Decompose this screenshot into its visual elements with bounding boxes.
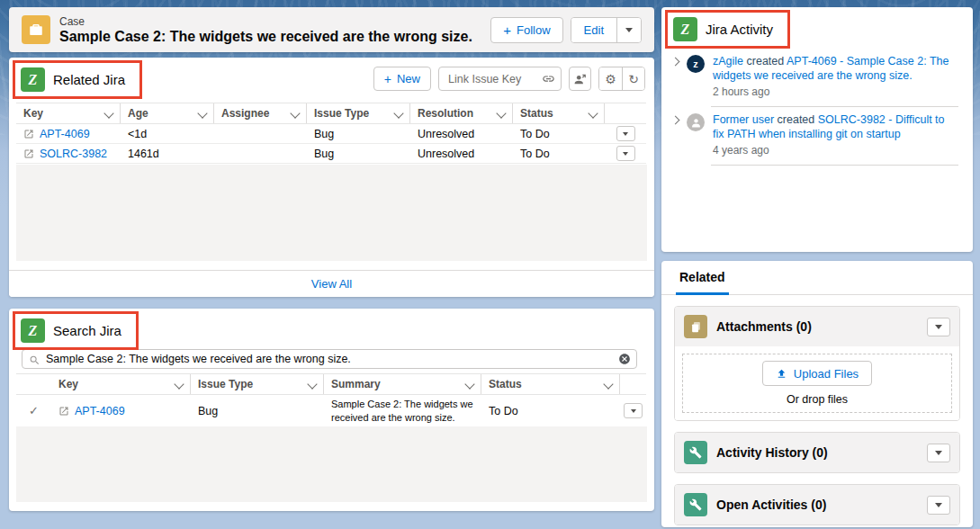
settings-button[interactable]: ⚙: [599, 67, 622, 90]
table-row[interactable]: APT-4069 <1d Bug Unresolved To Do: [16, 124, 646, 144]
external-link-icon[interactable]: [58, 406, 69, 417]
issue-key-link[interactable]: APT-4069: [75, 405, 125, 417]
column-header-assignee[interactable]: Assignee: [214, 103, 307, 123]
resolution-cell: Unresolved: [410, 148, 513, 160]
header-actions: + Follow Edit: [490, 17, 642, 43]
caret-down-icon: [935, 325, 942, 329]
activity-history-icon: [684, 441, 707, 464]
activity-action: created: [747, 55, 785, 67]
chevron-down-icon: [464, 379, 474, 389]
plus-icon: +: [503, 23, 511, 37]
activity-history-header[interactable]: Activity History (0): [675, 433, 959, 472]
actions-cell: [605, 126, 646, 141]
user-link-button[interactable]: [569, 67, 591, 91]
upload-icon: [776, 368, 787, 380]
search-input[interactable]: [22, 350, 636, 368]
related-jira-table-header: Key Age Assignee Issue Type Resolution S…: [16, 103, 646, 124]
empty-table-area: [16, 426, 647, 502]
column-label: Key: [58, 378, 78, 390]
issue-type-cell: Bug: [307, 128, 410, 140]
tab-related[interactable]: Related: [676, 270, 729, 294]
column-header-resolution[interactable]: Resolution: [410, 103, 513, 123]
column-header-issue-type[interactable]: Issue Type: [307, 103, 410, 123]
age-cell: <1d: [121, 128, 214, 140]
column-header-summary[interactable]: Summary: [324, 374, 481, 394]
column-header-status[interactable]: Status: [481, 374, 620, 394]
open-activities-header[interactable]: Open Activities (0): [675, 485, 959, 525]
attachments-body: Upload Files Or drop files: [675, 346, 959, 420]
caret-down-icon: [935, 503, 942, 507]
row-actions-button[interactable]: [624, 403, 643, 418]
search-icon: [29, 354, 40, 370]
issue-key-link[interactable]: SOLRC-3982: [40, 148, 107, 160]
column-header-issue-type[interactable]: Issue Type: [191, 374, 324, 394]
link-icon[interactable]: [542, 72, 555, 89]
column-header-key[interactable]: Key: [51, 374, 191, 394]
issue-key-link[interactable]: APT-4069: [40, 128, 90, 140]
chevron-down-icon: [496, 108, 506, 118]
collapse-button[interactable]: [927, 318, 950, 336]
attachments-section: Attachments (0) Upload Files Or drop fil…: [674, 306, 960, 421]
case-header-card: Case Sample Case 2: The widgets we recei…: [9, 7, 654, 52]
chevron-down-icon: [103, 108, 113, 118]
external-link-icon[interactable]: [23, 129, 34, 139]
column-label: Issue Type: [314, 107, 369, 120]
avatar: z: [687, 55, 705, 73]
activity-timestamp: 2 hours ago: [713, 85, 950, 98]
column-header-age[interactable]: Age: [121, 103, 214, 123]
expand-chevron-icon[interactable]: [672, 117, 679, 123]
column-header-status[interactable]: Status: [513, 103, 605, 123]
activity-list: z zAgile created APT-4069 - Sample Case …: [661, 49, 973, 166]
person-icon: [690, 117, 702, 129]
attachments-header[interactable]: Attachments (0): [675, 307, 959, 346]
attachments-title: Attachments (0): [716, 319, 812, 334]
header-text: Case Sample Case 2: The widgets we recei…: [59, 15, 472, 45]
divider: [711, 165, 958, 166]
resolution-cell: Unresolved: [410, 128, 513, 140]
summary-cell: Sample Case 2: The widgets we received a…: [324, 398, 481, 425]
actions-cell: [620, 403, 646, 418]
selected-cell[interactable]: ✓: [16, 404, 51, 417]
caret-down-icon: [625, 28, 633, 32]
table-row[interactable]: SOLRC-3982 1461d Bug Unresolved To Do: [16, 144, 646, 164]
new-issue-button[interactable]: + New: [373, 67, 431, 91]
activity-history-title: Activity History (0): [716, 445, 828, 460]
refresh-icon: ↻: [628, 73, 639, 85]
open-activities-title: Open Activities (0): [716, 498, 826, 512]
refresh-button[interactable]: ↻: [622, 67, 644, 90]
edit-dropdown-button[interactable]: [616, 18, 641, 42]
summary-text: Sample Case 2: The widgets we received a…: [331, 398, 474, 425]
column-header-key[interactable]: Key: [16, 103, 121, 123]
chevron-down-icon: [588, 108, 598, 118]
column-label: Issue Type: [198, 378, 253, 390]
follow-button[interactable]: + Follow: [490, 17, 562, 43]
column-label: Status: [520, 107, 553, 120]
row-actions-button[interactable]: [616, 126, 635, 141]
column-label: Age: [128, 107, 148, 120]
activity-text: zAgile created APT-4069 - Sample Case 2:…: [713, 54, 950, 83]
collapse-button[interactable]: [927, 496, 950, 515]
avatar: [687, 113, 705, 131]
activity-actor-link[interactable]: zAgile: [713, 55, 743, 67]
collapse-button[interactable]: [927, 444, 950, 462]
expand-chevron-icon[interactable]: [672, 58, 679, 65]
issue-type-cell: Bug: [191, 405, 324, 417]
gear-icon: ⚙: [605, 73, 616, 85]
jira-activity-card: Z Jira Activity z zAgile created APT-406…: [661, 7, 973, 252]
related-jira-card: Z Related Jira + New ⚙ ↻ Key Age Assigne…: [9, 58, 654, 297]
file-dropzone[interactable]: Upload Files Or drop files: [682, 354, 952, 413]
key-cell: APT-4069: [16, 128, 121, 140]
follow-label: Follow: [517, 23, 551, 37]
table-row[interactable]: ✓ APT-4069 Bug Sample Case 2: The widget…: [16, 395, 646, 427]
related-tab-card: Related Attachments (0) Upload Files Or …: [661, 261, 973, 527]
search-input-wrap: [22, 349, 637, 369]
edit-button[interactable]: Edit: [571, 18, 616, 42]
row-actions-button[interactable]: [616, 146, 635, 161]
search-jira-table: Key Issue Type Summary Status ✓ APT-4069…: [16, 373, 646, 427]
external-link-icon[interactable]: [23, 148, 34, 159]
upload-files-button[interactable]: Upload Files: [762, 361, 872, 386]
clear-search-icon[interactable]: [618, 353, 631, 365]
column-label: Assignee: [221, 107, 269, 120]
view-all-link[interactable]: View All: [311, 277, 352, 291]
activity-actor-link[interactable]: Former user: [713, 113, 774, 126]
